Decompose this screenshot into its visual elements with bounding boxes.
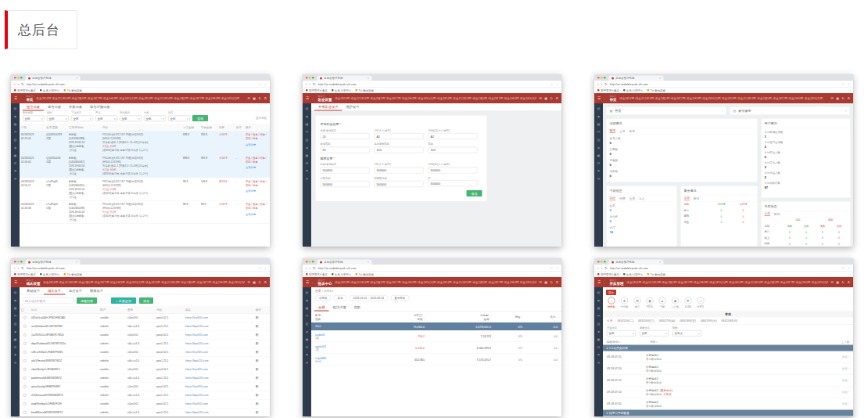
close-button[interactable] xyxy=(306,77,308,79)
bookmark-item[interactable]: 会员-计划中心 xyxy=(40,88,60,92)
screenshot-dashboard[interactable]: 总后台管理系统×‹›↻http://xx.xsdwbfcgsds-vft.com… xyxy=(594,74,853,247)
tab-item[interactable]: 余额 xyxy=(314,304,329,312)
minimize-button[interactable] xyxy=(601,77,603,79)
filter-select[interactable]: 全部▾ xyxy=(168,116,190,122)
bookmark-item[interactable]: 7日 数据面板 xyxy=(63,272,82,276)
delete-link[interactable]: 删 xyxy=(254,315,270,319)
row-checkbox[interactable] xyxy=(23,333,27,337)
add-domains-button[interactable]: + 批量添加 xyxy=(111,297,136,304)
column-header[interactable]: 总输赢/ 金额↕ xyxy=(429,313,495,321)
sidebar-item-icon[interactable]: ▣ xyxy=(14,153,17,157)
header-action-icon[interactable]: ✉ xyxy=(247,96,249,100)
bookmark-star-icon[interactable]: ☆ xyxy=(841,82,845,86)
reload-icon[interactable]: ↻ xyxy=(604,82,608,86)
sidebar-item-icon[interactable]: ▤ xyxy=(306,290,309,294)
header-action-icon[interactable]: ↻ xyxy=(551,96,553,100)
delete-link[interactable]: 删 xyxy=(254,376,270,380)
row-checkbox[interactable] xyxy=(23,394,27,397)
form-input[interactable]: 500000 xyxy=(429,180,478,186)
sidebar-item-icon[interactable]: ▦ xyxy=(14,306,17,310)
bookmark-item[interactable]: 7日 数据面板 xyxy=(647,272,665,276)
search-button[interactable]: 搜索列表 xyxy=(77,297,97,304)
sidebar-item-icon[interactable]: ▦ xyxy=(14,122,17,126)
filter-select[interactable]: 全部▾ xyxy=(144,116,166,122)
screenshot-bonus-settings[interactable]: 总后台管理系统×‹›↻http://xx.xsdwbfcgsds-vft.com… xyxy=(303,74,561,247)
reload-icon[interactable]: ↻ xyxy=(604,266,608,270)
delete-link[interactable]: 删 xyxy=(254,410,270,414)
menu-toggle-icon[interactable]: ☰ xyxy=(306,280,309,284)
save-button[interactable]: 保存 xyxy=(139,297,153,304)
header-action-icon[interactable]: ⚙ xyxy=(555,96,558,100)
header-back-icon[interactable]: ← xyxy=(312,96,316,100)
bookmark-item[interactable]: 会员-计划中心 xyxy=(332,272,352,276)
delete-link[interactable]: 删 xyxy=(254,333,270,337)
bookmark-item[interactable]: 7日 数据面板 xyxy=(63,88,82,92)
header-action-icon[interactable]: ✉ xyxy=(830,280,833,284)
browser-menu-icon[interactable]: ⋮ xyxy=(847,82,850,86)
browser-url-bar[interactable]: ‹›↻http://xx.xsdwbfcgsds-vft.com☆⋮ xyxy=(11,265,270,272)
filter-select[interactable]: 全部▾ xyxy=(95,116,117,122)
lottery-item[interactable]: ❖分分彩 xyxy=(621,297,629,309)
row-checkbox[interactable] xyxy=(23,359,27,362)
header-action-icon[interactable]: ⚙ xyxy=(264,280,267,284)
browser-menu-icon[interactable]: ⋮ xyxy=(555,82,558,86)
header-action-icon[interactable]: ▣ xyxy=(253,280,256,284)
lottery-item[interactable]: ◔时时彩 xyxy=(608,297,615,309)
breadcrumb-home[interactable]: 首页 xyxy=(315,289,321,293)
screenshot-bet-records[interactable]: 总后台管理系统×‹›↻http://xx.xsdwbfcgsds-vft.com… xyxy=(11,74,270,247)
form-input[interactable]: 100 xyxy=(429,147,478,153)
edit-link[interactable]: 修改 › xyxy=(826,355,853,359)
lottery-item[interactable]: ▲飞艇 xyxy=(659,297,666,309)
menu-toggle-icon[interactable]: ☰ xyxy=(597,96,601,100)
row-checkbox[interactable] xyxy=(23,316,27,319)
forward-icon[interactable]: › xyxy=(601,82,603,86)
form-input[interactable]: 500000 xyxy=(321,168,370,174)
row-checkbox[interactable] xyxy=(23,377,27,380)
delete-link[interactable]: 删 xyxy=(254,402,270,405)
sidebar-item-icon[interactable]: ▣ xyxy=(306,153,309,157)
browser-menu-icon[interactable]: ⋮ xyxy=(847,266,850,270)
sidebar-item-icon[interactable]: ◈ xyxy=(14,330,16,333)
sidebar-item-icon[interactable]: ⚙ xyxy=(306,361,309,365)
reload-icon[interactable]: ↻ xyxy=(313,82,316,86)
tab-item[interactable]: 本月 xyxy=(629,129,636,133)
browser-menu-icon[interactable]: ⋮ xyxy=(264,266,267,270)
sidebar-item-icon[interactable]: ▤ xyxy=(306,106,309,110)
header-action-icon[interactable]: ✉ xyxy=(247,280,249,284)
menu-toggle-icon[interactable]: ☰ xyxy=(14,280,17,284)
filter-select[interactable]: 全部▾ xyxy=(607,330,636,337)
sidebar-item-icon[interactable]: ⚙ xyxy=(597,361,601,365)
sidebar-item-icon[interactable]: ▦ xyxy=(306,306,309,310)
lottery-item[interactable]: ♨排列5 xyxy=(697,297,704,309)
sidebar-item-icon[interactable]: ◈ xyxy=(306,330,308,333)
bookmark-star-icon[interactable]: ☆ xyxy=(258,82,261,86)
sidebar-item-icon[interactable]: ▥ xyxy=(597,138,601,142)
date-tab[interactable]: 08月20日(日) xyxy=(722,319,738,323)
header-action-icon[interactable]: ↻ xyxy=(259,280,261,284)
sort-icon[interactable]: ↕ xyxy=(522,315,523,318)
sidebar-item-icon[interactable]: ✉ xyxy=(597,314,600,318)
sidebar-item-icon[interactable]: ◉ xyxy=(14,298,16,302)
sidebar-item-icon[interactable]: ⚑ xyxy=(14,353,17,357)
forward-icon[interactable]: › xyxy=(310,82,311,86)
header-action-icon[interactable]: ⚙ xyxy=(555,280,558,284)
header-action-icon[interactable]: ▣ xyxy=(836,96,839,100)
row-actions[interactable]: 开奖 / 改单 / 拒单 / 退回 / 撤单 xyxy=(246,156,268,164)
tab-item[interactable]: 单笔彩金设置 xyxy=(314,103,343,111)
bookmark-item[interactable]: 会员-计划中心 xyxy=(332,88,352,92)
tab-item[interactable]: 投注详情 xyxy=(329,304,350,312)
sidebar-item-icon[interactable]: ◉ xyxy=(597,298,600,302)
browser-url-bar[interactable]: ‹›↻http://xx.xsdwbfcgsds-vft.com☆⋮ xyxy=(11,81,270,88)
back-icon[interactable]: ‹ xyxy=(306,266,307,270)
sort-icon[interactable]: ↕ xyxy=(557,315,558,318)
lottery-item[interactable]: ◉PK10 xyxy=(647,297,654,308)
delete-link[interactable]: 删 xyxy=(254,324,270,328)
column-header[interactable]: 返水↕ xyxy=(526,315,561,319)
zoom-button[interactable] xyxy=(312,77,314,79)
quick-nav-bar[interactable]: ▤账号管理› xyxy=(730,106,850,115)
close-button[interactable] xyxy=(597,77,600,79)
lottery-item[interactable]: ♜11选5 xyxy=(684,297,691,309)
browser-menu-icon[interactable]: ⋮ xyxy=(264,82,267,86)
tab-item[interactable]: 追号详情记录 xyxy=(86,103,114,111)
form-input[interactable]: A2 xyxy=(375,133,424,139)
